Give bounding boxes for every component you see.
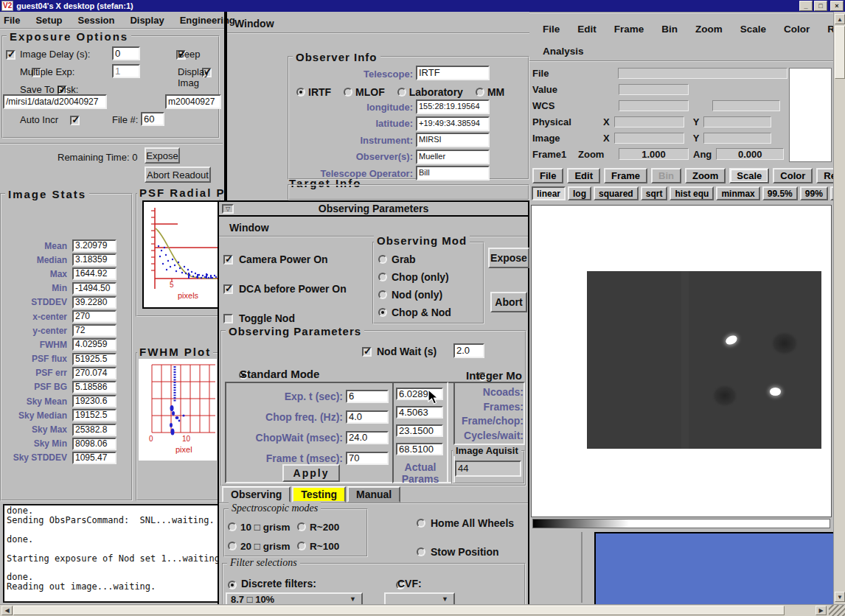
ds9-menu-button[interactable]: Scale bbox=[729, 168, 769, 183]
actual-param-field[interactable]: 23.1500 bbox=[396, 424, 443, 437]
menu-item[interactable]: Scale bbox=[740, 24, 766, 35]
expose-button[interactable]: Expose bbox=[145, 147, 180, 164]
stat-value-field[interactable]: 270.074 bbox=[72, 367, 117, 379]
menu-item[interactable]: Session bbox=[78, 15, 115, 26]
menu-item[interactable]: File bbox=[543, 24, 560, 35]
stat-value-field[interactable]: 1644.92 bbox=[72, 267, 117, 280]
scroll-left-button[interactable]: ◀ bbox=[1, 606, 13, 615]
spectro-option[interactable]: R~100 bbox=[297, 536, 366, 556]
ds9-scale-button[interactable]: sqrt bbox=[641, 186, 668, 200]
close-button[interactable]: × bbox=[830, 1, 844, 11]
menu-item[interactable]: Setup bbox=[35, 15, 62, 26]
ds9-menu-button[interactable]: File bbox=[532, 168, 563, 183]
observing-mode-option[interactable]: Grab bbox=[378, 251, 483, 268]
site-radio-option[interactable]: MM bbox=[476, 86, 504, 98]
site-radio-option[interactable]: Laboratory bbox=[397, 86, 463, 98]
obs-checkbox-row[interactable]: DCA before Power On bbox=[223, 274, 371, 304]
vnc-horizontal-scrollbar[interactable]: ◀ ▶ bbox=[0, 604, 845, 616]
wheel-option[interactable]: Home All Wheels bbox=[417, 508, 530, 537]
menu-item[interactable]: Color bbox=[784, 24, 810, 35]
spectro-option[interactable]: 20 □ grism bbox=[228, 536, 297, 556]
resize-grip[interactable] bbox=[829, 605, 845, 616]
stat-value-field[interactable]: -1494.50 bbox=[72, 282, 117, 295]
stat-value-field[interactable]: 39.2280 bbox=[72, 296, 117, 309]
ds9-scale-button[interactable]: 99% bbox=[800, 186, 828, 200]
site-radio-option[interactable]: MLOF bbox=[344, 86, 385, 98]
param-field[interactable]: 70 bbox=[346, 452, 389, 465]
stat-value-field[interactable]: 1095.47 bbox=[72, 452, 117, 464]
image-delay-checkbox[interactable] bbox=[6, 50, 15, 60]
abort-readout-button[interactable]: Abort Readout bbox=[145, 167, 211, 183]
ds9-scale-button[interactable]: linear bbox=[532, 186, 566, 200]
stat-value-field[interactable]: 270 bbox=[72, 310, 117, 323]
stat-value-field[interactable]: 19230.6 bbox=[72, 395, 117, 407]
wheel-option[interactable]: Stow Position bbox=[417, 537, 530, 566]
image-acquisition-field[interactable]: 44 bbox=[455, 461, 521, 477]
ds9-scale-button[interactable]: hist equ bbox=[670, 186, 714, 200]
multiple-exp-field[interactable]: 1 bbox=[112, 64, 140, 78]
nod-wait-field[interactable]: 2.0 bbox=[453, 343, 484, 358]
spectro-option[interactable]: 10 □ grism bbox=[228, 517, 297, 536]
ds9-scale-button[interactable]: squared bbox=[594, 186, 639, 200]
menu-item[interactable]: Frame bbox=[614, 24, 644, 35]
discrete-filters-radio[interactable] bbox=[228, 581, 237, 589]
telescope-field[interactable]: IRTF bbox=[416, 66, 490, 80]
observer-row-field[interactable]: Bill bbox=[416, 166, 490, 181]
param-field[interactable]: 24.0 bbox=[346, 431, 389, 444]
observing-mode-option[interactable]: Nod (only) bbox=[378, 286, 483, 304]
ds9-scale-button[interactable]: log bbox=[568, 186, 591, 200]
image-delay-field[interactable]: 0 bbox=[112, 46, 140, 60]
obs-checkbox-row[interactable]: Camera Power On bbox=[223, 245, 371, 274]
ds9-menu-button[interactable]: Region bbox=[816, 168, 833, 183]
auto-incr-checkbox[interactable] bbox=[70, 116, 80, 125]
ds9-colorbar[interactable] bbox=[532, 519, 830, 528]
window-menu-icon[interactable]: ▽ bbox=[222, 204, 234, 214]
param-field[interactable]: 4.0 bbox=[346, 410, 389, 424]
menu-item[interactable]: Zoom bbox=[695, 24, 723, 35]
stat-value-field[interactable]: 72 bbox=[72, 324, 117, 337]
stat-value-field[interactable]: 8098.06 bbox=[72, 438, 117, 450]
observer-row-field[interactable]: +19:49:34.38594 bbox=[416, 116, 490, 131]
actual-param-field[interactable]: 68.5100 bbox=[396, 443, 443, 455]
ds9-canvas[interactable] bbox=[531, 205, 832, 517]
ds9-menu-button[interactable]: Zoom bbox=[685, 168, 726, 183]
data-dir-field[interactable]: /mirsi1/data/d20040927 bbox=[3, 94, 107, 109]
apply-button[interactable]: Apply bbox=[282, 464, 340, 482]
horizontal-scroll-thumb[interactable] bbox=[13, 606, 785, 615]
stat-value-field[interactable]: 5.18586 bbox=[72, 381, 117, 393]
center-window-menu[interactable]: Window bbox=[234, 18, 274, 29]
minimize-button[interactable]: _ bbox=[799, 1, 813, 11]
scroll-right-button[interactable]: ▶ bbox=[816, 606, 827, 615]
menu-item[interactable]: Bin bbox=[661, 24, 678, 35]
ds9-scale-button[interactable]: 99.5% bbox=[762, 186, 798, 200]
ds9-menu-button[interactable]: Edit bbox=[567, 168, 600, 183]
menu-item[interactable]: Edit bbox=[577, 24, 597, 35]
actual-param-field[interactable]: 4.5063 bbox=[396, 406, 443, 419]
stat-value-field[interactable]: 51925.5 bbox=[72, 353, 117, 365]
obs-window-titlebar[interactable]: ▽ Observing Parameters bbox=[219, 202, 528, 217]
vertical-scroll-thumb[interactable] bbox=[835, 26, 845, 79]
log-console[interactable]: done.Sending ObsParsCommand: SNL...waiti… bbox=[3, 504, 220, 603]
ds9-scale-button[interactable]: minmax bbox=[716, 186, 759, 200]
file-number-field[interactable]: 60 bbox=[141, 112, 164, 126]
observing-mode-option[interactable]: Chop (only) bbox=[378, 268, 483, 286]
obs-window-menu[interactable]: Window bbox=[229, 222, 269, 234]
observer-row-field[interactable]: Mueller bbox=[416, 150, 490, 164]
scroll-down-button[interactable]: ▼ bbox=[835, 592, 845, 602]
spectro-option[interactable]: R~200 bbox=[297, 517, 366, 536]
stat-value-field[interactable]: 25382.8 bbox=[72, 424, 117, 436]
observing-mode-option[interactable]: Chop & Nod bbox=[378, 304, 483, 321]
ds9-menu-button[interactable]: Frame bbox=[604, 168, 647, 183]
param-field[interactable]: 6 bbox=[346, 390, 389, 403]
stat-value-field[interactable]: 3.20979 bbox=[72, 239, 117, 252]
obs-abort-button[interactable]: Abort bbox=[490, 292, 527, 312]
nod-wait-checkbox[interactable] bbox=[362, 347, 372, 357]
stat-value-field[interactable]: 3.18359 bbox=[72, 253, 117, 266]
menu-item[interactable]: Analysis bbox=[543, 46, 584, 57]
observer-row-field[interactable]: 155:28:19.19564 bbox=[416, 99, 490, 114]
tab[interactable]: Observing bbox=[222, 486, 291, 503]
tab[interactable]: Manual bbox=[347, 486, 400, 503]
menu-item[interactable]: Display bbox=[130, 15, 164, 26]
ds9-menu-button[interactable]: Color bbox=[773, 168, 813, 183]
ds9-menu-button[interactable]: Bin bbox=[651, 168, 681, 183]
